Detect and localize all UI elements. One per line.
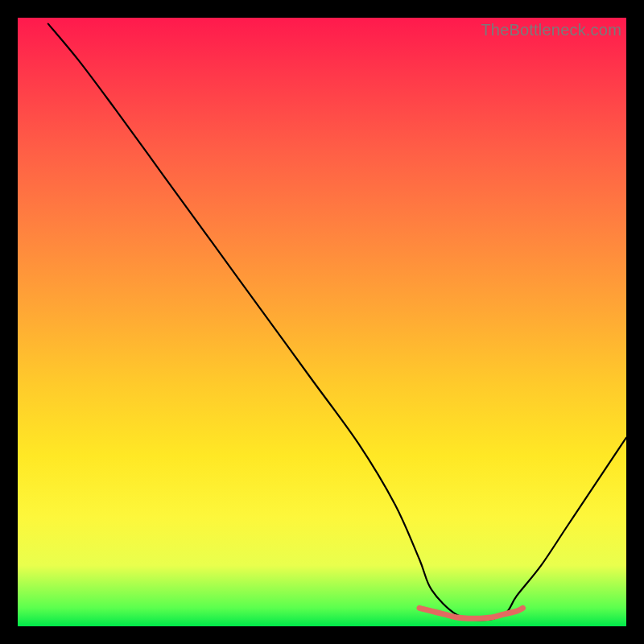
chart-frame: TheBottleneck.com xyxy=(0,0,644,644)
chart-plot-area: TheBottleneck.com xyxy=(18,18,626,626)
chart-curves xyxy=(18,18,626,626)
optimal-range-marker xyxy=(419,608,523,618)
bottleneck-curve-black xyxy=(48,24,626,621)
watermark-text: TheBottleneck.com xyxy=(481,21,621,39)
